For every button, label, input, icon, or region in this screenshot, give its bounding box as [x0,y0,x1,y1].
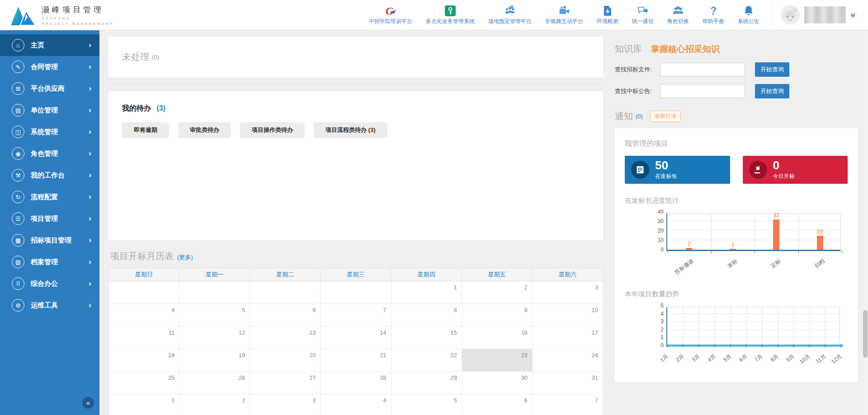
calendar-day-cell[interactable]: 18 [109,349,179,372]
mark-all-read-badge[interactable]: 全部已读 [650,111,681,122]
calendar-day-cell[interactable]: 3 [532,281,603,304]
gridline [778,307,778,345]
unprocessed-count: (0) [152,54,159,61]
search-award-notice-button[interactable]: 开始查询 [755,84,789,98]
sidebar-collapse-button[interactable]: « [82,397,94,409]
nav-item-role-switch[interactable]: 角色切换 [667,5,689,25]
sidebar-item-contract-mgmt[interactable]: ✎合同管理› [0,56,99,78]
calendar-day-cell[interactable]: 9 [462,304,532,326]
stat-card-in-transit-packages[interactable]: 50在途标包 [625,156,730,184]
calendar-day-cell[interactable] [109,281,179,304]
gridline [746,307,747,345]
stat-card-today-bid-opening[interactable]: 0今日开标 [743,156,848,184]
calendar-day-cell[interactable]: 12 [179,326,250,349]
page-scrollbar[interactable] [863,30,868,415]
sidebar-item-my-workbench[interactable]: ⚒我的工作台› [0,164,99,186]
nav-item-label: 角色切换 [667,18,689,25]
sidebar-item-home[interactable]: ⌂主页› [0,34,99,56]
calendar-day-cell[interactable]: 6 [250,304,321,326]
search-award-notice-input[interactable] [660,84,745,98]
calendar-day-cell[interactable]: 25 [109,372,179,394]
chevron-down-icon[interactable]: ∨ [849,11,856,19]
nav-item-env-check[interactable]: 环境检测 [597,5,618,25]
tab-project-flow[interactable]: 项目流程类待办 (3) [314,122,387,138]
sidebar-item-archive-mgmt[interactable]: ▧档案管理› [0,251,99,273]
calendar-day-today[interactable]: 23 [462,349,532,372]
nav-item-help-manual[interactable]: ?帮助手册 [703,5,724,25]
sidebar-item-flow-config[interactable]: ↻流程配置› [0,186,99,208]
calendar-day-cell[interactable]: 10 [532,304,603,326]
calendar-weekday-header: 星期五 [462,268,532,281]
gridline [683,307,684,345]
calendar-day-cell[interactable]: 4 [109,304,179,326]
calendar-day-cell[interactable]: 13 [250,326,321,349]
data-point [666,344,669,347]
calendar-day-cell[interactable]: 5 [179,304,250,326]
calendar-day-cell[interactable]: 1 [109,394,179,415]
tab-due-soon[interactable]: 即将逾期 [122,122,169,138]
tab-approval[interactable]: 审批类待办 [178,122,231,138]
bar-value-label: 1 [723,241,743,248]
nav-item-unified-comm[interactable]: 统一通信 [632,5,654,25]
sidebar-item-ops-tools[interactable]: ⚙运维工具› [0,294,99,316]
calendar-day-cell[interactable]: 17 [532,326,603,349]
calendar-day-cell[interactable]: 30 [462,372,532,394]
sidebar-item-unit-mgmt[interactable]: ▤单位管理› [0,99,99,121]
calendar-day-cell[interactable]: 5 [391,394,462,415]
svg-text:G: G [386,5,394,17]
calendar-day-cell[interactable]: 29 [391,372,462,394]
platform-suppliers-icon: ⊞ [12,82,24,95]
calendar-day-cell[interactable]: 3 [250,394,321,415]
user-menu[interactable]: ∨ [781,5,868,24]
mountain-logo-icon [10,5,36,25]
dashed-separator [108,84,603,84]
sidebar-item-bid-project-mgmt[interactable]: ▦招标项目管理› [0,229,99,251]
sidebar-item-system-mgmt[interactable]: ◫系统管理› [0,121,99,143]
calendar-day-cell[interactable]: 11 [109,326,179,349]
sidebar-item-platform-suppliers[interactable]: ⊞平台供应商› [0,78,99,99]
calendar-day-cell[interactable]: 6 [462,394,532,415]
calendar-day-cell[interactable]: 27 [250,372,321,394]
calendar-day-cell[interactable]: 21 [321,349,391,372]
calendar-day-cell[interactable]: 4 [321,394,391,415]
line-chart-title: 本年项目数量趋势 [625,290,848,298]
calendar-day-cell[interactable]: 8 [391,304,462,326]
calendar-day-cell[interactable]: 22 [391,349,462,372]
sidebar-item-role-mgmt[interactable]: ◉角色管理› [0,143,99,164]
search-bid-doc-button[interactable]: 开始查询 [755,62,789,77]
scrollbar-thumb[interactable] [863,310,868,358]
calendar-day-cell[interactable]: 26 [179,372,250,394]
avatar[interactable] [781,5,800,24]
calendar-day-cell[interactable]: 15 [391,326,462,349]
calendar-day-cell[interactable]: 31 [532,372,603,394]
calendar-day-cell[interactable]: 7 [532,394,603,415]
search-bid-doc-input[interactable] [660,63,745,76]
calendar-day-cell[interactable] [321,281,391,304]
nav-item-venue-booking[interactable]: 场地预定管理平台 [488,5,532,25]
calendar-day-cell[interactable]: 16 [462,326,532,349]
sidebar-item-project-mgmt[interactable]: ☰项目管理› [0,208,99,229]
nav-item-diversified-business[interactable]: 多元化业务管理系统 [426,5,475,25]
calendar-day-cell[interactable]: 24 [532,349,603,372]
my-projects-title: 我管理的项目 [625,139,848,149]
calendar-day-cell[interactable]: 20 [250,349,321,372]
calendar-day-cell[interactable]: 28 [321,372,391,394]
calendar-day-cell[interactable]: 14 [321,326,391,349]
x-axis-tick [667,251,668,253]
calendar-day-cell[interactable] [250,281,321,304]
calendar-day-cell[interactable]: 2 [462,281,532,304]
calendar-day-cell[interactable]: 2 [179,394,250,415]
calendar-more-link[interactable]: (更多) [177,253,193,261]
calendar-day-cell[interactable]: 7 [321,304,391,326]
tab-project-ops[interactable]: 项目操作类待办 [240,122,305,138]
calendar-day-cell[interactable]: 1 [391,281,462,304]
nav-item-av-interaction[interactable]: 音视频互动平台 [545,5,583,25]
nav-item-system-notice[interactable]: 系统公告 [738,5,760,25]
nav-item-zhongzhao-training[interactable]: G中招学院培训平台 [369,5,412,25]
calendar-day-cell[interactable] [179,281,250,304]
sidebar-item-label: 系统管理 [31,128,58,136]
y-axis-tick-label: 0 [651,247,664,253]
archive-mgmt-icon: ▧ [12,256,24,268]
calendar-day-cell[interactable]: 19 [179,349,250,372]
sidebar-item-general-office[interactable]: ⠿综合办公› [0,273,99,294]
